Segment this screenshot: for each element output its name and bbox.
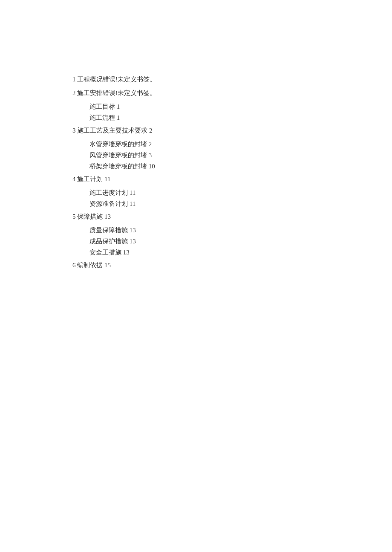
toc-item: 桥架穿墙穿板的封堵 10	[72, 161, 320, 171]
toc-item: 安全工措施 13	[72, 247, 320, 257]
toc-item: 质量保障措施 13	[72, 225, 320, 235]
toc-item: 风管穿墙穿板的封堵 3	[72, 150, 320, 160]
toc-heading: 6 编制依据 15	[72, 260, 320, 270]
toc-section-1: 1 工程概况错误!未定义书签。	[72, 74, 320, 84]
toc-item: 施工流程 1	[72, 113, 320, 123]
toc-item: 资源准备计划 11	[72, 199, 320, 209]
table-of-contents: 1 工程概况错误!未定义书签。 2 施工安排错误!未定义书签。 施工目标 1 施…	[72, 74, 320, 270]
toc-item: 施工目标 1	[72, 101, 320, 112]
toc-heading: 5 保障措施 13	[72, 211, 320, 222]
toc-heading: 3 施工工艺及主要技术要求 2	[72, 125, 320, 136]
toc-heading: 4 施工计划 11	[72, 174, 320, 184]
toc-item: 成品保护措施 13	[72, 236, 320, 246]
toc-section-3: 3 施工工艺及主要技术要求 2 水管穿墙穿板的封堵 2 风管穿墙穿板的封堵 3 …	[72, 125, 320, 171]
toc-heading: 1 工程概况错误!未定义书签。	[72, 74, 320, 84]
toc-section-6: 6 编制依据 15	[72, 260, 320, 270]
toc-section-2: 2 施工安排错误!未定义书签。 施工目标 1 施工流程 1	[72, 88, 320, 123]
toc-item: 施工进度计划 11	[72, 188, 320, 198]
toc-section-5: 5 保障措施 13 质量保障措施 13 成品保护措施 13 安全工措施 13	[72, 211, 320, 257]
toc-item: 水管穿墙穿板的封堵 2	[72, 139, 320, 149]
toc-heading: 2 施工安排错误!未定义书签。	[72, 88, 320, 98]
toc-section-4: 4 施工计划 11 施工进度计划 11 资源准备计划 11	[72, 174, 320, 209]
